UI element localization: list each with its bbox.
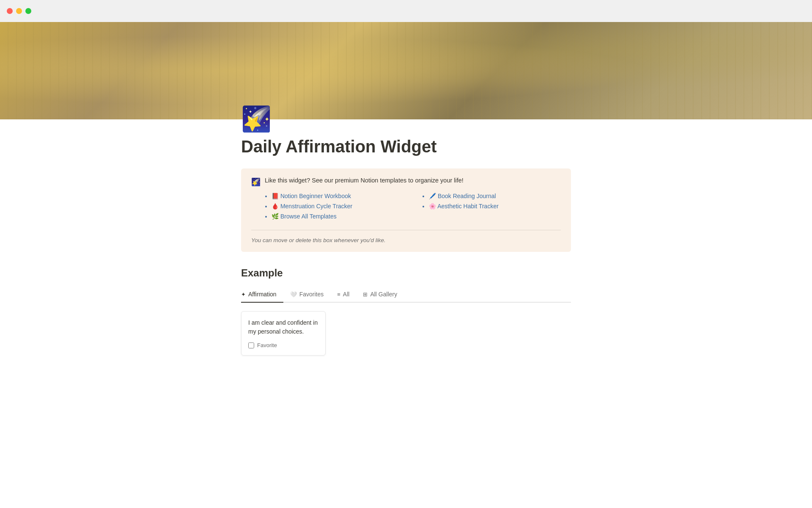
- callout-icon: 🌠: [251, 177, 261, 187]
- callout-box: 🌠 Like this widget? See our premium Noti…: [241, 168, 571, 252]
- minimize-button[interactable]: [16, 8, 22, 14]
- page-icon: 🌠: [241, 107, 571, 131]
- callout-left-list: 📕 Notion Beginner Workbook 🩸 Menstruatio…: [263, 193, 403, 223]
- page-title: Daily Affirmation Widget: [241, 136, 571, 157]
- tab-favorites[interactable]: 🤍 Favorites: [283, 287, 331, 303]
- tab-favorites-label: Favorites: [299, 291, 324, 298]
- favorite-checkbox-row: Favorite: [248, 342, 318, 348]
- affirmation-card: I am clear and confident in my personal …: [241, 311, 326, 356]
- callout-header: 🌠 Like this widget? See our premium Noti…: [251, 177, 561, 187]
- example-section-heading: Example: [241, 267, 571, 279]
- hero-lines-decoration: [0, 22, 812, 119]
- all-tab-icon: ≡: [337, 291, 340, 298]
- page-content: 🌠 Daily Affirmation Widget 🌠 Like this w…: [216, 107, 596, 381]
- callout-footer: You can move or delete this box whenever…: [251, 237, 561, 243]
- aesthetic-habit-tracker-link[interactable]: 🌸 Aesthetic Habit Tracker: [429, 203, 499, 210]
- menstruation-tracker-link[interactable]: 🩸 Menstruation Cycle Tracker: [272, 203, 352, 210]
- hero-banner: [0, 22, 812, 119]
- titlebar: [0, 0, 812, 22]
- browse-all-templates-link[interactable]: 🌿 Browse All Templates: [272, 213, 337, 220]
- callout-header-text: Like this widget? See our premium Notion…: [265, 177, 464, 184]
- tab-all-label: All: [343, 291, 350, 298]
- favorite-checkbox[interactable]: [248, 342, 254, 348]
- favorite-checkbox-label: Favorite: [257, 342, 277, 348]
- tab-affirmation[interactable]: ✦ Affirmation: [241, 287, 283, 303]
- callout-divider: [251, 230, 561, 230]
- maximize-button[interactable]: [25, 8, 31, 14]
- book-reading-journal-link[interactable]: 🖊️ Book Reading Journal: [429, 193, 496, 199]
- tab-all-gallery-label: All Gallery: [370, 291, 397, 298]
- callout-lists: 📕 Notion Beginner Workbook 🩸 Menstruatio…: [263, 193, 561, 223]
- list-item[interactable]: 🌸 Aesthetic Habit Tracker: [429, 203, 561, 210]
- tab-affirmation-label: Affirmation: [248, 291, 277, 298]
- affirmation-tab-icon: ✦: [241, 291, 246, 298]
- callout-right-list: 🖊️ Book Reading Journal 🌸 Aesthetic Habi…: [420, 193, 561, 223]
- all-gallery-tab-icon: ⊞: [363, 291, 368, 298]
- list-item[interactable]: 🩸 Menstruation Cycle Tracker: [272, 203, 403, 210]
- close-button[interactable]: [7, 8, 13, 14]
- notion-beginner-workbook-link[interactable]: 📕 Notion Beginner Workbook: [272, 193, 351, 199]
- list-item[interactable]: 🖊️ Book Reading Journal: [429, 193, 561, 199]
- affirmation-card-text: I am clear and confident in my personal …: [248, 318, 318, 336]
- list-item[interactable]: 📕 Notion Beginner Workbook: [272, 193, 403, 199]
- tab-all-gallery[interactable]: ⊞ All Gallery: [356, 287, 404, 303]
- tab-all[interactable]: ≡ All: [330, 287, 356, 303]
- tabs-bar: ✦ Affirmation 🤍 Favorites ≡ All ⊞ All Ga…: [241, 287, 571, 303]
- favorites-tab-icon: 🤍: [290, 291, 297, 298]
- list-item[interactable]: 🌿 Browse All Templates: [272, 213, 403, 220]
